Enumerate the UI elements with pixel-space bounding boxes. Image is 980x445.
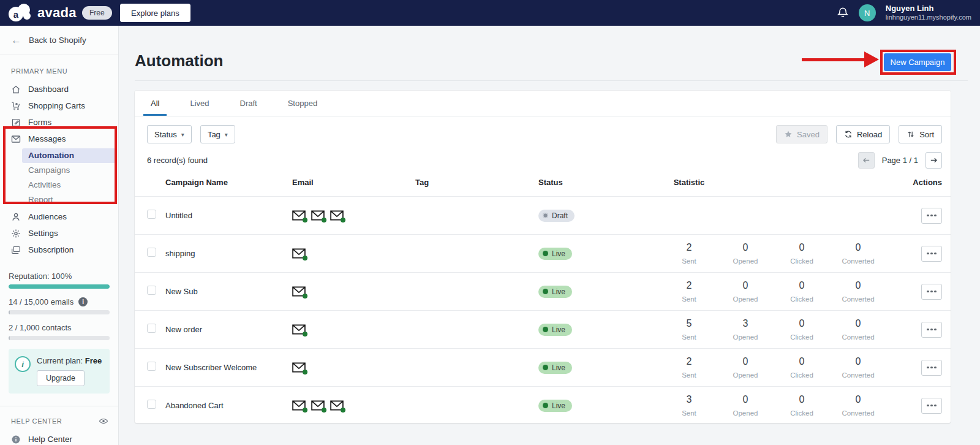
tab-stopped[interactable]: Stopped bbox=[288, 91, 317, 116]
mail-icon bbox=[292, 286, 306, 297]
user-menu[interactable]: Nguyen Linh linhnguyen11.myshopify.com bbox=[886, 4, 971, 22]
chevron-down-icon: ▾ bbox=[181, 131, 184, 138]
next-page-button[interactable] bbox=[925, 152, 942, 169]
col-email: Email bbox=[292, 178, 415, 187]
stat-label: Converted bbox=[830, 333, 886, 341]
row-actions-button[interactable] bbox=[921, 398, 942, 414]
sidebar-item-forms[interactable]: Forms bbox=[0, 114, 118, 131]
brand-logo: a avada Free bbox=[9, 3, 112, 23]
tab-lived[interactable]: Lived bbox=[190, 91, 209, 116]
back-arrow-icon: ← bbox=[11, 34, 21, 47]
stat-cell: 5Sent bbox=[661, 318, 717, 341]
stat-value: 2 bbox=[661, 242, 717, 253]
row-checkbox[interactable] bbox=[147, 248, 156, 257]
gear-icon bbox=[11, 229, 21, 238]
new-campaign-button[interactable]: New Campaign bbox=[884, 53, 951, 71]
reload-button[interactable]: Reload bbox=[836, 125, 890, 143]
stat-cell: 0Clicked bbox=[774, 318, 830, 341]
tag-filter-dropdown[interactable]: Tag▾ bbox=[200, 125, 235, 143]
stat-label: Opened bbox=[717, 409, 774, 417]
sidebar-item-audiences[interactable]: Audiences bbox=[0, 208, 118, 225]
row-actions-button[interactable] bbox=[921, 360, 942, 376]
row-checkbox[interactable] bbox=[147, 362, 156, 371]
status-badge: Live bbox=[538, 362, 572, 374]
sort-button[interactable]: Sort bbox=[899, 125, 942, 143]
divider bbox=[0, 406, 118, 406]
mail-active-dot bbox=[341, 218, 345, 222]
plan-info-icon: i bbox=[15, 356, 31, 372]
mail-icon bbox=[311, 400, 325, 411]
col-actions: Actions bbox=[886, 178, 942, 187]
campaign-name-link[interactable]: New order bbox=[165, 325, 292, 334]
email-icons bbox=[292, 286, 415, 297]
campaign-name-link[interactable]: shipping bbox=[165, 249, 292, 258]
stat-cell: 0Clicked bbox=[774, 394, 830, 417]
status-dot-icon bbox=[543, 327, 548, 332]
stat-cell: 0Opened bbox=[717, 394, 774, 417]
row-checkbox[interactable] bbox=[147, 210, 156, 219]
sidebar-item-shopping-carts[interactable]: Shopping Carts bbox=[0, 97, 118, 114]
campaign-name-link[interactable]: Untitled bbox=[165, 211, 292, 220]
user-avatar[interactable]: N bbox=[859, 4, 876, 21]
eye-icon[interactable] bbox=[99, 416, 108, 426]
records-found-text: 6 record(s) found bbox=[147, 156, 208, 165]
row-actions-button[interactable] bbox=[921, 246, 942, 262]
sidebar-subitem-campaigns[interactable]: Campaigns bbox=[22, 163, 116, 178]
mail-active-dot bbox=[303, 370, 307, 375]
tab-draft[interactable]: Draft bbox=[240, 91, 257, 116]
campaign-name-link[interactable]: New Sub bbox=[165, 287, 292, 296]
sidebar-item-settings[interactable]: Settings bbox=[0, 225, 118, 242]
sidebar-subitem-activities[interactable]: Activities bbox=[22, 178, 116, 192]
row-checkbox[interactable] bbox=[147, 400, 156, 409]
contacts-quota-label: 2 / 1,000 contacts bbox=[9, 323, 110, 332]
col-status: Status bbox=[538, 178, 661, 187]
home-icon bbox=[11, 85, 21, 94]
upgrade-button[interactable]: Upgrade bbox=[37, 370, 85, 386]
current-plan-box: i Current plan: Free Upgrade bbox=[9, 349, 110, 394]
emails-info-icon[interactable]: i bbox=[78, 297, 88, 306]
explore-plans-button[interactable]: Explore plans bbox=[120, 4, 190, 22]
prev-page-button[interactable] bbox=[858, 152, 875, 169]
tab-all[interactable]: All bbox=[151, 91, 159, 116]
stat-label: Converted bbox=[830, 257, 886, 265]
sidebar-item-messages[interactable]: Messages bbox=[0, 131, 118, 147]
status-filter-dropdown[interactable]: Status▾ bbox=[147, 125, 192, 143]
stat-label: Converted bbox=[830, 409, 886, 417]
stat-value: 3 bbox=[717, 318, 774, 329]
sidebar-subitem-report[interactable]: Report bbox=[22, 192, 116, 207]
row-checkbox[interactable] bbox=[147, 324, 156, 333]
status-badge: Live bbox=[538, 324, 572, 336]
stat-cell: 0Converted bbox=[830, 280, 886, 303]
reputation-bar bbox=[9, 284, 110, 289]
row-checkbox[interactable] bbox=[147, 286, 156, 295]
sidebar-subitem-automation[interactable]: Automation bbox=[22, 148, 116, 163]
col-statistic: Statistic bbox=[661, 178, 717, 187]
status-dot-icon bbox=[543, 213, 548, 218]
stat-value: 0 bbox=[717, 356, 774, 367]
notification-bell-icon[interactable] bbox=[837, 7, 849, 19]
stat-value: 0 bbox=[717, 394, 774, 405]
sidebar-menu: DashboardShopping CartsFormsMessagesAuto… bbox=[0, 81, 118, 258]
help-item-help-center[interactable]: Help Center bbox=[0, 431, 118, 445]
row-actions-button[interactable] bbox=[921, 208, 942, 224]
card-icon bbox=[11, 245, 21, 255]
back-to-shopify-link[interactable]: ← Back to Shopify bbox=[0, 26, 118, 55]
status-badge: Live bbox=[538, 286, 572, 298]
table-body: UntitledDraftshippingLive2Sent0Opened0Cl… bbox=[135, 196, 951, 424]
saved-button[interactable]: Saved bbox=[776, 125, 827, 143]
row-actions-button[interactable] bbox=[921, 322, 942, 338]
mail-active-dot bbox=[303, 294, 307, 299]
sidebar-item-dashboard[interactable]: Dashboard bbox=[0, 81, 118, 97]
campaign-name-link[interactable]: New Subscriber Welcome bbox=[165, 363, 292, 372]
stat-value: 3 bbox=[661, 394, 717, 405]
sidebar: ← Back to Shopify PRIMARY MENU Dashboard… bbox=[0, 26, 119, 445]
row-actions-button[interactable] bbox=[921, 284, 942, 300]
mail-icon bbox=[311, 210, 325, 221]
sidebar-item-subscription[interactable]: Subscription bbox=[0, 242, 118, 258]
table-row: New orderLive5Sent3Opened0Clicked0Conver… bbox=[135, 310, 951, 348]
mail-icon bbox=[292, 210, 306, 221]
stat-label: Clicked bbox=[774, 409, 830, 417]
main-content: Automation New Campaign AllLivedDraftSto… bbox=[119, 26, 980, 445]
campaign-name-link[interactable]: Abandoned Cart bbox=[165, 401, 292, 410]
status-badge: Live bbox=[538, 248, 572, 260]
